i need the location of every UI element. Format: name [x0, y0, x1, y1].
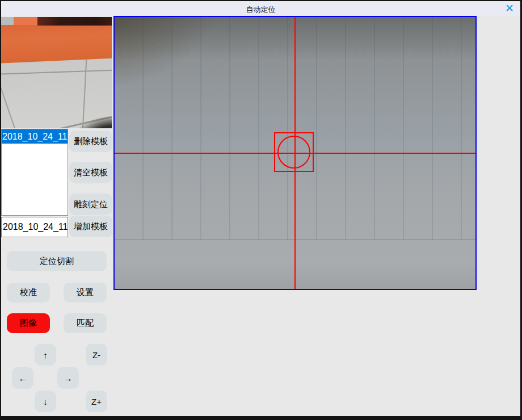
thumbnail-dark-bar [37, 17, 112, 26]
title-bar: 自动定位 ✕ [1, 1, 520, 16]
thumbnail-tile-line [1, 69, 112, 74]
match-button[interactable]: 匹配 [64, 313, 107, 333]
settings-button[interactable]: 设置 [64, 283, 107, 303]
target-circle-marker [277, 136, 310, 169]
delete-template-button[interactable]: 删除模板 [69, 131, 112, 152]
add-template-button[interactable]: 增加模板 [69, 216, 112, 237]
jog-down-button[interactable]: ↓ [35, 390, 56, 412]
thumbnail-gray-patch [1, 17, 14, 25]
jog-left-button[interactable]: ← [12, 367, 33, 389]
clear-templates-button[interactable]: 清空模板 [69, 162, 112, 183]
jog-right-button[interactable]: → [57, 367, 79, 389]
thumbnail-orange-patch [11, 17, 37, 25]
calibrate-button[interactable]: 校准 [7, 283, 50, 303]
jog-up-button[interactable]: ↑ [35, 344, 56, 366]
camera-live-view [113, 16, 477, 290]
jog-z-minus-button[interactable]: Z- [86, 344, 107, 366]
close-icon[interactable]: ✕ [502, 2, 517, 15]
app-window: 自动定位 ✕ 2018_10_24_11 删除模板 清空模板 雕刻定位 增加模板… [0, 0, 522, 420]
template-name-input[interactable] [1, 217, 68, 237]
jog-z-plus-button[interactable]: Z+ [86, 390, 107, 412]
thumbnail-tile-line [1, 74, 21, 128]
position-cut-button[interactable]: 定位切割 [7, 251, 107, 271]
template-thumbnail-image [1, 17, 112, 128]
window-title: 自动定位 [1, 5, 520, 15]
list-item[interactable]: 2018_10_24_11 [2, 129, 68, 144]
thumbnail-tile-line [82, 59, 87, 128]
engrave-position-button[interactable]: 雕刻定位 [69, 194, 112, 215]
main-content: 2018_10_24_11 删除模板 清空模板 雕刻定位 增加模板 定位切割 校… [1, 16, 520, 416]
image-button-active[interactable]: 图像 [7, 313, 50, 333]
template-listbox[interactable]: 2018_10_24_11 [1, 129, 68, 216]
